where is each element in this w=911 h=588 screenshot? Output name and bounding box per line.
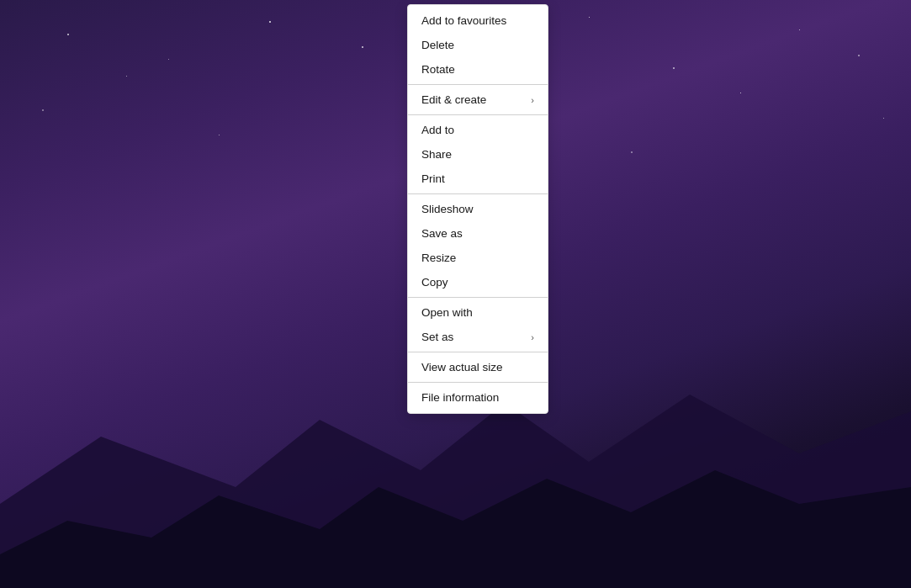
svg-marker-1 <box>0 470 911 588</box>
menu-item-add-to[interactable]: Add to <box>408 118 548 142</box>
menu-item-label: Share <box>421 148 452 161</box>
menu-item-label: Set as <box>421 331 453 343</box>
menu-item-add-to-favourites[interactable]: Add to favourites <box>408 8 548 33</box>
menu-item-label: Slideshow <box>421 203 474 215</box>
menu-item-file-information[interactable]: File information <box>408 385 548 410</box>
menu-item-edit-and-create[interactable]: Edit & create › <box>408 87 548 112</box>
menu-item-label: Add to favourites <box>421 14 506 27</box>
menu-item-share[interactable]: Share <box>408 142 548 167</box>
menu-divider <box>408 84 548 85</box>
menu-item-copy[interactable]: Copy <box>408 270 548 294</box>
menu-divider <box>408 352 548 352</box>
menu-item-label: Delete <box>421 39 454 51</box>
chevron-right-icon: › <box>531 332 534 342</box>
menu-item-label: View actual size <box>421 361 503 373</box>
menu-item-slideshow[interactable]: Slideshow <box>408 197 548 221</box>
menu-item-label: Edit & create <box>421 93 486 106</box>
menu-item-resize[interactable]: Resize <box>408 246 548 270</box>
menu-divider <box>408 382 548 383</box>
context-menu: Add to favourites Delete Rotate Edit & c… <box>407 4 548 414</box>
menu-item-label: Open with <box>421 306 473 319</box>
menu-divider <box>408 114 548 115</box>
menu-item-delete[interactable]: Delete <box>408 33 548 57</box>
menu-item-rotate[interactable]: Rotate <box>408 57 548 82</box>
chevron-right-icon: › <box>531 95 534 105</box>
menu-item-label: Rotate <box>421 63 455 76</box>
menu-divider <box>408 193 548 194</box>
menu-item-label: Print <box>421 172 445 185</box>
menu-item-print[interactable]: Print <box>408 167 548 191</box>
menu-item-open-with[interactable]: Open with <box>408 300 548 325</box>
menu-item-save-as[interactable]: Save as <box>408 221 548 246</box>
menu-item-label: File information <box>421 391 499 404</box>
menu-item-label: Save as <box>421 227 463 240</box>
menu-divider <box>408 297 548 298</box>
menu-item-set-as[interactable]: Set as › <box>408 325 548 349</box>
menu-item-view-actual-size[interactable]: View actual size <box>408 355 548 379</box>
menu-item-label: Copy <box>421 276 448 289</box>
menu-item-label: Resize <box>421 252 456 264</box>
menu-item-label: Add to <box>421 124 454 136</box>
